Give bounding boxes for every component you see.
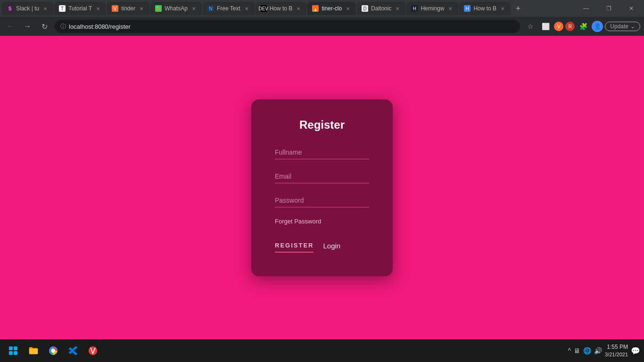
page-content: Register Forget Password REGISTER Login (0, 36, 644, 339)
tab-close-dev[interactable]: ✕ (295, 5, 302, 12)
clock-time: 1:55 PM (605, 343, 628, 351)
tab-slack[interactable]: S Slack | tu ✕ (2, 2, 53, 15)
window-controls: — ❐ ✕ (575, 2, 642, 15)
notification-icon[interactable]: 💬 (631, 346, 640, 355)
tab-search-icon[interactable]: ⬜ (539, 20, 552, 33)
tab-label-slack: Slack | tu (16, 5, 39, 12)
taskbar-file-explorer[interactable] (25, 342, 42, 360)
network-icon[interactable]: 🌐 (583, 347, 591, 354)
address-bar: ← → ↻ ⓘ localhost:8080/register ☆ ⬜ V R … (0, 17, 644, 36)
form-actions: REGISTER Login (275, 239, 369, 253)
show-hidden-icon[interactable]: ^ (568, 347, 571, 354)
monitor-icon[interactable]: 🖥 (574, 347, 580, 354)
tab-favicon-whatsapp: 🟢 (155, 5, 162, 12)
ext-vivaldi-icon[interactable]: V (554, 22, 563, 31)
tab-favicon-dev: DEV (260, 5, 267, 12)
card-title: Register (275, 118, 369, 132)
profile-icon[interactable]: 👤 (592, 21, 603, 32)
extensions-icon[interactable]: 🧩 (577, 20, 590, 33)
tab-favicon-tinder: V (112, 5, 118, 12)
taskbar: ^ 🖥 🌐 🔊 1:55 PM 3/21/2021 💬 (0, 339, 644, 362)
password-field (275, 194, 369, 207)
email-input[interactable] (275, 170, 369, 183)
tab-howtob[interactable]: H How to B ✕ (459, 2, 511, 15)
url-bar[interactable]: ⓘ localhost:8080/register (55, 20, 520, 33)
tab-tinder[interactable]: V tinder ✕ (107, 2, 149, 15)
tab-close-whatsapp[interactable]: ✕ (190, 5, 197, 12)
tab-label-tutorial: Tutorial T (68, 5, 92, 12)
forget-password-link[interactable]: Forget Password (275, 218, 369, 225)
svg-rect-2 (29, 347, 33, 349)
taskbar-chrome[interactable] (44, 342, 62, 360)
register-card: Register Forget Password REGISTER Login (251, 99, 393, 276)
lock-icon: ⓘ (60, 23, 66, 31)
tab-favicon-tutorial: T (59, 5, 66, 12)
clock-date: 3/21/2021 (605, 351, 628, 358)
fullname-input[interactable] (275, 146, 369, 159)
minimize-button[interactable]: — (575, 2, 597, 15)
svg-marker-7 (68, 347, 74, 354)
email-field (275, 170, 369, 183)
fullname-field (275, 146, 369, 159)
start-button[interactable] (4, 341, 23, 360)
tab-freetext[interactable]: N Free Text ✕ (203, 2, 255, 15)
tab-label-hemingway: Hemingw (421, 5, 444, 12)
tab-daltonic[interactable]: D Daltonic ✕ (357, 2, 405, 15)
tab-tutorial[interactable]: T Tutorial T ✕ (54, 2, 106, 15)
tab-label-whatsapp: WhatsAp (165, 5, 188, 12)
volume-icon[interactable]: 🔊 (594, 347, 602, 354)
tab-dev[interactable]: DEV How to B ✕ (256, 2, 307, 15)
tab-label-freetext: Free Text (217, 5, 240, 12)
bookmark-icon[interactable]: ☆ (524, 20, 537, 33)
login-button[interactable]: Login (323, 242, 340, 250)
tab-close-tiner[interactable]: ✕ (345, 5, 351, 12)
back-button[interactable]: ← (4, 20, 17, 33)
tab-favicon-freetext: N (207, 5, 214, 12)
password-input[interactable] (275, 194, 369, 207)
close-button[interactable]: ✕ (620, 2, 642, 15)
ext-rdm-icon[interactable]: R (565, 22, 575, 31)
tab-label-daltonic: Daltonic (371, 5, 391, 12)
tab-favicon-tiner: 🔥 (312, 5, 319, 12)
register-button[interactable]: REGISTER (275, 239, 314, 253)
refresh-button[interactable]: ↻ (38, 20, 51, 33)
forward-button[interactable]: → (21, 20, 34, 33)
tab-tiner[interactable]: 🔥 tiner-clo ✕ (307, 2, 356, 15)
browser-chrome: S Slack | tu ✕ T Tutorial T ✕ V tinder ✕… (0, 0, 644, 36)
tab-close-slack[interactable]: ✕ (42, 5, 49, 12)
tab-label-tiner: tiner-clo (322, 5, 342, 12)
tab-label-howtob: How to B (473, 5, 496, 12)
tab-label-tinder: tinder (121, 5, 135, 12)
svg-point-5 (51, 349, 55, 352)
tab-label-dev: How to B (270, 5, 293, 12)
tab-close-hemingway[interactable]: ✕ (447, 5, 454, 12)
tab-close-daltonic[interactable]: ✕ (394, 5, 401, 12)
tab-favicon-howtob: H (464, 5, 471, 12)
tab-bar: S Slack | tu ✕ T Tutorial T ✕ V tinder ✕… (0, 0, 644, 17)
tab-favicon-slack: S (7, 5, 13, 12)
tab-close-freetext[interactable]: ✕ (243, 5, 250, 12)
tab-close-howtob[interactable]: ✕ (499, 5, 506, 12)
tab-whatsapp[interactable]: 🟢 WhatsAp ✕ (150, 2, 202, 15)
clock-display[interactable]: 1:55 PM 3/21/2021 (605, 343, 628, 358)
tab-close-tinder[interactable]: ✕ (138, 5, 145, 12)
windows-logo (9, 346, 17, 355)
tab-close-tutorial[interactable]: ✕ (95, 5, 101, 12)
tab-hemingway[interactable]: H Hemingw ✕ (406, 2, 458, 15)
tab-favicon-daltonic: D (362, 5, 368, 12)
svg-rect-1 (29, 349, 38, 354)
system-tray: ^ 🖥 🌐 🔊 1:55 PM 3/21/2021 💬 (568, 343, 640, 358)
taskbar-vscode[interactable] (64, 342, 82, 360)
tab-favicon-hemingway: H (411, 5, 418, 12)
update-button[interactable]: Update ⌄ (605, 22, 640, 31)
toolbar-actions: ☆ ⬜ V R 🧩 👤 Update ⌄ (524, 20, 640, 33)
new-tab-button[interactable]: + (512, 2, 525, 15)
url-text: localhost:8080/register (69, 23, 131, 30)
taskbar-vivaldi[interactable] (84, 342, 102, 360)
maximize-button[interactable]: ❐ (598, 2, 619, 15)
